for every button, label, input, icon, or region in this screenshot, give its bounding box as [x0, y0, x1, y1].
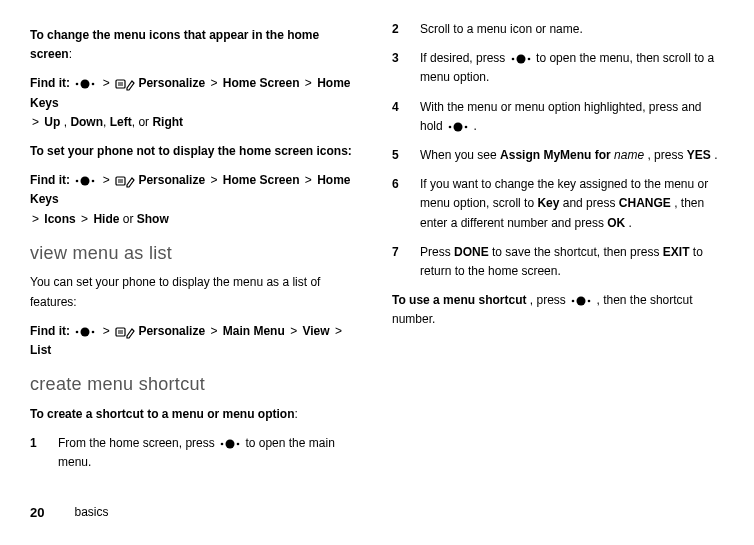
page-footer: 20 basics: [30, 503, 724, 524]
personalize-icon: [115, 77, 135, 91]
findit-line-3: Find it: > Personalize > Main Menu > Vie…: [30, 322, 362, 360]
step-1: 1 From the home screen, press to open th…: [30, 434, 362, 472]
intro-change-icons: To change the menu icons that appear in …: [30, 26, 362, 64]
step-4: 4 With the menu or menu option highlight…: [392, 98, 724, 136]
intro-hide-icons: To set your phone not to display the hom…: [30, 142, 362, 161]
section-create-shortcut: create menu shortcut: [30, 370, 362, 399]
center-key-icon: [446, 121, 470, 133]
step-5: 5 When you see Assign MyMenu for name , …: [392, 146, 724, 165]
personalize-icon: [115, 174, 135, 188]
use-shortcut-text: To use a menu shortcut , press , then th…: [392, 291, 724, 329]
personalize-icon: [115, 325, 135, 339]
page-number: 20: [30, 503, 44, 524]
center-key-icon: [509, 53, 533, 65]
footer-section-label: basics: [74, 503, 108, 522]
center-key-icon: [73, 326, 97, 338]
step-3: 3 If desired, press to open the menu, th…: [392, 49, 724, 87]
step-2: 2 Scroll to a menu icon or name.: [392, 20, 724, 39]
findit-line-1: Find it: > Personalize > Home Screen > H…: [30, 74, 362, 132]
step-7: 7 Press DONE to save the shortcut, then …: [392, 243, 724, 281]
create-shortcut-intro: To create a shortcut to a menu or menu o…: [30, 405, 362, 424]
center-key-icon: [73, 175, 97, 187]
step-6: 6 If you want to change the key assigned…: [392, 175, 724, 233]
right-column: 2 Scroll to a menu icon or name. 3 If de…: [392, 20, 724, 483]
left-column: To change the menu icons that appear in …: [30, 20, 362, 483]
center-key-icon: [218, 438, 242, 450]
view-menu-text: You can set your phone to display the me…: [30, 273, 362, 311]
center-key-icon: [569, 295, 593, 307]
findit-line-2: Find it: > Personalize > Home Screen > H…: [30, 171, 362, 229]
center-key-icon: [73, 78, 97, 90]
section-view-menu-as-list: view menu as list: [30, 239, 362, 268]
